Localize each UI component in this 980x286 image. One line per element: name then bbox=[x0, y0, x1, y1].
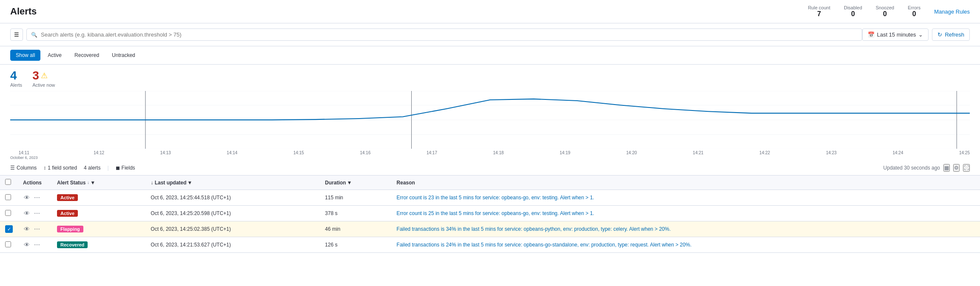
row-reason-cell: Failed transactions is 24% in the last 5… bbox=[391, 237, 980, 253]
reason-text[interactable]: Failed transactions is 34% in the last 5… bbox=[396, 226, 670, 232]
status-badge: Active bbox=[57, 210, 78, 217]
table-row: 👁 ⋯ Flapping Oct 6, 2023, 14:25:02.385 (… bbox=[0, 221, 980, 237]
rule-count-stat: Rule count 7 bbox=[808, 5, 830, 18]
errors-value: 0 bbox=[908, 10, 920, 18]
fullscreen-button[interactable]: ⛶ bbox=[963, 164, 970, 172]
alert-status-col-label: Alert Status bbox=[57, 180, 85, 186]
filter-tabs: Show all Active Recovered Untracked bbox=[0, 46, 980, 65]
warning-icon: ⚠ bbox=[41, 71, 48, 80]
refresh-icon: ↻ bbox=[937, 31, 942, 38]
row-checkbox-cell[interactable] bbox=[0, 237, 18, 253]
last-updated-value: Oct 6, 2023, 14:21:53.627 (UTC+1) bbox=[151, 242, 231, 248]
actions-col-label: Actions bbox=[23, 180, 42, 186]
row-reason-cell: Error count is 25 in the last 5 mins for… bbox=[391, 206, 980, 221]
row-checkbox-cell[interactable] bbox=[0, 190, 18, 206]
row-last-updated-cell: Oct 6, 2023, 14:25:20.598 (UTC+1) bbox=[145, 206, 320, 221]
duration-col-label: Duration bbox=[325, 180, 346, 186]
row-expand-button[interactable]: 👁 bbox=[23, 209, 31, 218]
x-label-1416: 14:16 bbox=[360, 150, 370, 160]
row-actions-icons: 👁 ⋯ bbox=[23, 225, 47, 233]
manage-rules-button[interactable]: Manage Rules bbox=[934, 8, 970, 15]
tab-untracked[interactable]: Untracked bbox=[106, 50, 141, 61]
refresh-button[interactable]: ↻ Refresh bbox=[932, 28, 970, 41]
reason-text[interactable]: Error count is 23 in the last 5 mins for… bbox=[396, 195, 594, 201]
toolbar-right: 📅 Last 15 minutes ⌄ ↻ Refresh bbox=[862, 28, 970, 41]
row-status-cell: Active bbox=[52, 190, 145, 206]
tab-active[interactable]: Active bbox=[42, 50, 67, 61]
row-expand-button[interactable]: 👁 bbox=[23, 225, 31, 233]
filter-icon: ☰ bbox=[14, 31, 19, 38]
last-updated-header[interactable]: ↓ Last updated ▼ bbox=[145, 176, 320, 190]
tab-show-all[interactable]: Show all bbox=[10, 50, 40, 61]
row-checkbox[interactable] bbox=[5, 241, 11, 247]
x-label-1425: 14:25 bbox=[959, 150, 970, 160]
row-checkbox-cell[interactable] bbox=[0, 221, 18, 237]
row-duration-cell: 115 min bbox=[320, 190, 391, 206]
search-input[interactable] bbox=[41, 31, 858, 38]
fields-button[interactable]: ◼ Fields bbox=[116, 165, 135, 171]
row-expand-button[interactable]: 👁 bbox=[23, 193, 31, 202]
row-status-cell: Recovered bbox=[52, 237, 145, 253]
duration-value: 126 s bbox=[325, 242, 337, 248]
active-now-count: 3 ⚠ Active now bbox=[32, 70, 55, 88]
x-label-1424: 14:24 bbox=[892, 150, 903, 160]
row-actions-cell: 👁 ⋯ bbox=[18, 190, 52, 206]
select-all-checkbox[interactable] bbox=[5, 179, 11, 185]
reason-text[interactable]: Failed transactions is 24% in the last 5… bbox=[396, 242, 691, 248]
filter-button[interactable]: ☰ bbox=[10, 28, 23, 41]
columns-button[interactable]: ☰ Columns bbox=[10, 165, 37, 171]
disabled-label: Disabled bbox=[844, 5, 862, 10]
table-row: 👁 ⋯ Active Oct 6, 2023, 14:25:44.518 (UT… bbox=[0, 190, 980, 206]
time-picker-button[interactable]: 📅 Last 15 minutes ⌄ bbox=[862, 28, 929, 41]
row-reason-cell: Failed transactions is 34% in the last 5… bbox=[391, 221, 980, 237]
total-count-label: Alerts bbox=[10, 82, 22, 88]
row-checkbox[interactable] bbox=[5, 194, 11, 200]
settings-button[interactable]: ⚙ bbox=[953, 164, 960, 172]
row-checkbox[interactable] bbox=[5, 210, 11, 216]
table-header-row: Actions Alert Status ↓ ▼ ↓ Last updated … bbox=[0, 176, 980, 190]
tab-recovered[interactable]: Recovered bbox=[69, 50, 105, 61]
row-reason-cell: Error count is 23 in the last 5 mins for… bbox=[391, 190, 980, 206]
row-actions-cell: 👁 ⋯ bbox=[18, 206, 52, 221]
row-expand-button[interactable]: 👁 bbox=[23, 241, 31, 249]
errors-stat: Errors 0 bbox=[908, 5, 920, 18]
row-checkbox-checked[interactable] bbox=[5, 225, 13, 233]
row-menu-button[interactable]: ⋯ bbox=[33, 241, 41, 249]
disabled-value: 0 bbox=[844, 10, 862, 18]
active-now-label: Active now bbox=[32, 82, 55, 88]
calendar-icon: 📅 bbox=[868, 31, 875, 38]
select-all-header[interactable] bbox=[0, 176, 18, 190]
reason-text[interactable]: Error count is 25 in the last 5 mins for… bbox=[396, 210, 594, 216]
x-label-1415: 14:15 bbox=[293, 150, 304, 160]
row-last-updated-cell: Oct 6, 2023, 14:25:44.518 (UTC+1) bbox=[145, 190, 320, 206]
rule-count-label: Rule count bbox=[808, 5, 830, 10]
x-label-1420: 14:20 bbox=[626, 150, 637, 160]
row-menu-button[interactable]: ⋯ bbox=[33, 209, 41, 218]
table-controls-right: Updated 30 seconds ago ▦ ⚙ ⛶ bbox=[883, 164, 970, 172]
table-controls: ☰ Columns ↕ 1 field sorted 4 alerts | ◼ … bbox=[0, 161, 980, 176]
duration-value: 46 min bbox=[325, 226, 340, 232]
alert-status-header[interactable]: Alert Status ↓ ▼ bbox=[52, 176, 145, 190]
row-duration-cell: 46 min bbox=[320, 221, 391, 237]
search-wrapper: 🔍 bbox=[26, 28, 862, 41]
search-icon: 🔍 bbox=[31, 32, 37, 38]
row-menu-button[interactable]: ⋯ bbox=[33, 225, 41, 233]
row-duration-cell: 378 s bbox=[320, 206, 391, 221]
alerts-chart: 4 3 2 1 0 4 3 2 1 0 14:11October 6, 2023… bbox=[0, 88, 980, 161]
sort-label: 1 field sorted bbox=[48, 165, 77, 171]
density-button[interactable]: ▦ bbox=[943, 164, 950, 172]
chevron-down-icon: ⌄ bbox=[918, 31, 923, 38]
fields-icon: ◼ bbox=[116, 165, 120, 171]
snoozed-label: Snoozed bbox=[876, 5, 894, 10]
row-checkbox-cell[interactable] bbox=[0, 206, 18, 221]
x-label-1418: 14:18 bbox=[493, 150, 504, 160]
search-area: ☰ 🔍 bbox=[10, 28, 862, 41]
x-label-1423: 14:23 bbox=[826, 150, 837, 160]
duration-header[interactable]: Duration ▼ bbox=[320, 176, 391, 190]
page-title: Alerts bbox=[10, 6, 37, 17]
active-now-number: 3 bbox=[32, 70, 39, 82]
row-menu-button[interactable]: ⋯ bbox=[33, 193, 41, 202]
row-actions-icons: 👁 ⋯ bbox=[23, 193, 47, 202]
alerts-count-label: 4 alerts bbox=[84, 165, 100, 171]
row-status-cell: Flapping bbox=[52, 221, 145, 237]
